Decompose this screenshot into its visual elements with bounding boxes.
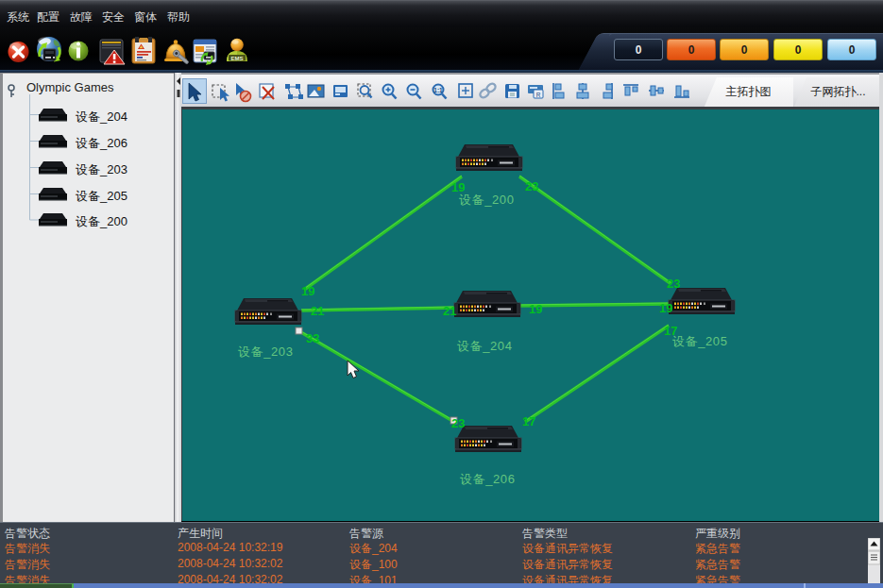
svg-text:21: 21 <box>311 304 324 318</box>
svg-text:设备_205: 设备_205 <box>672 334 728 348</box>
svg-text:R: R <box>536 92 541 98</box>
svg-text:设备_200: 设备_200 <box>459 193 515 207</box>
svg-text:23: 23 <box>525 179 538 193</box>
svg-text:23: 23 <box>667 277 680 291</box>
svg-text:EMS: EMS <box>230 56 243 61</box>
svg-text:设备_204: 设备_204 <box>457 339 513 353</box>
svg-text:19: 19 <box>301 284 314 298</box>
svg-text:设备_203: 设备_203 <box>238 344 294 359</box>
svg-text:设备_206: 设备_206 <box>460 472 516 486</box>
svg-text:19: 19 <box>529 302 542 316</box>
svg-text:19: 19 <box>659 301 672 315</box>
svg-text:23: 23 <box>451 416 465 430</box>
svg-text:21: 21 <box>443 304 456 318</box>
svg-text:33: 33 <box>306 331 319 345</box>
svg-text:17: 17 <box>522 414 535 428</box>
svg-text:1:1: 1:1 <box>433 87 443 93</box>
